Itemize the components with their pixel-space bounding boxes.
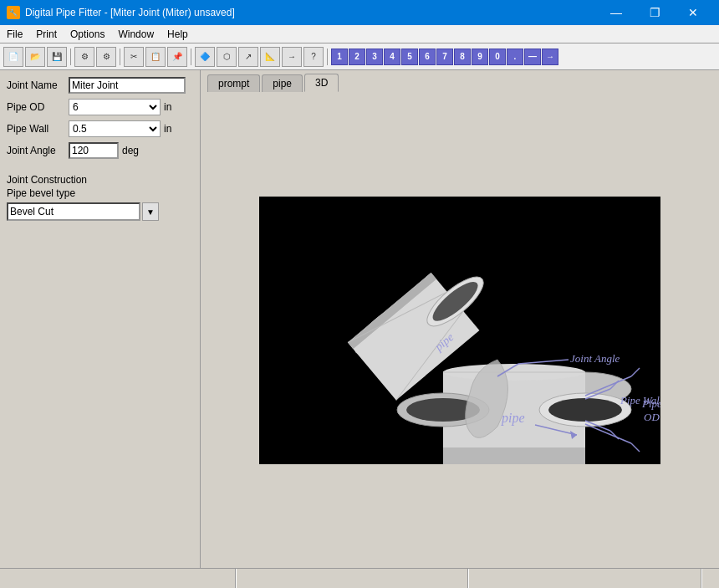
svg-text:Pipe: Pipe	[641, 397, 660, 410]
menu-options[interactable]: Options	[64, 25, 111, 43]
restore-button[interactable]: ❐	[635, 0, 674, 25]
num-btn-dot[interactable]: .	[507, 49, 523, 65]
toolbar-btn-settings1[interactable]: ⚙	[74, 47, 94, 67]
toolbar-btn-cursor[interactable]: ↗	[238, 47, 258, 67]
pipe-wall-row: Pipe Wall 0.5 0.25 0.75 1.0 in	[7, 120, 193, 137]
menu-help[interactable]: Help	[161, 25, 195, 43]
minimize-button[interactable]: —	[597, 0, 635, 25]
joint-construction-label: Joint Construction	[7, 174, 193, 186]
left-panel: Joint Name Pipe OD 6 4 8 10 12 in Pipe W…	[0, 70, 201, 568]
toolbar-separator-4	[327, 49, 328, 65]
svg-point-14	[548, 398, 622, 422]
toolbar-btn-render[interactable]: 🔷	[195, 47, 215, 67]
toolbar-btn-save[interactable]: 💾	[47, 47, 67, 67]
num-btn-minus[interactable]: —	[524, 49, 541, 65]
toolbar-btn-open[interactable]: 📂	[25, 47, 45, 67]
pipe-wall-unit: in	[164, 123, 181, 135]
num-btn-4[interactable]: 4	[384, 49, 400, 65]
num-btn-2[interactable]: 2	[349, 49, 365, 65]
num-btn-1[interactable]: 1	[331, 49, 348, 65]
svg-text:pipe: pipe	[501, 411, 525, 426]
toolbar-btn-settings2[interactable]: ⚙	[96, 47, 116, 67]
joint-angle-label: Joint Angle	[7, 145, 65, 156]
pipe-wall-label: Pipe Wall	[7, 123, 65, 135]
pipe-od-select[interactable]: 6 4 8 10 12	[69, 99, 161, 115]
toolbar-btn-arrow[interactable]: →	[282, 47, 302, 67]
canvas-area: Joint Angle Pipe Wall Pipe OD pipe	[201, 92, 719, 568]
toolbar-btn-paste[interactable]: 📌	[167, 47, 187, 67]
joint-name-row: Joint Name	[7, 77, 193, 94]
bevel-cut-row: Bevel Cut Square Cut Other ▼	[7, 202, 193, 221]
svg-rect-10	[443, 447, 585, 464]
status-segment-4	[701, 569, 716, 588]
pipe-illustration: Joint Angle Pipe Wall Pipe OD pipe	[259, 197, 660, 464]
svg-text:Joint Angle: Joint Angle	[570, 352, 620, 365]
joint-angle-input[interactable]	[69, 142, 119, 159]
num-btn-5[interactable]: 5	[401, 49, 418, 65]
menu-file[interactable]: File	[0, 25, 29, 43]
toolbar-separator-1	[70, 49, 71, 65]
tabs-bar: prompt pipe 3D	[201, 70, 719, 92]
toolbar-btn-pipe[interactable]: ⬡	[217, 47, 237, 67]
toolbar: 📄 📂 💾 ⚙ ⚙ ✂ 📋 📌 🔷 ⬡ ↗ 📐 → ? 1 2 3 4 5 6 …	[0, 43, 719, 70]
pipe-od-label: Pipe OD	[7, 101, 65, 113]
num-btn-0[interactable]: 0	[489, 49, 506, 65]
toolbar-separator-2	[120, 49, 120, 65]
svg-text:OD: OD	[644, 411, 660, 423]
window-controls: — ❐ ✕	[597, 0, 712, 25]
joint-angle-row: Joint Angle deg	[7, 142, 193, 159]
toolbar-btn-copy[interactable]: 📋	[145, 47, 166, 67]
num-btn-3[interactable]: 3	[366, 49, 383, 65]
main-area: Joint Name Pipe OD 6 4 8 10 12 in Pipe W…	[0, 70, 719, 568]
pipe-od-unit: in	[164, 101, 181, 113]
pipe-canvas[interactable]: Joint Angle Pipe Wall Pipe OD pipe	[259, 197, 660, 464]
joint-angle-deg: deg	[122, 145, 139, 156]
window-title: Digital Pipe Fitter - [Miter Joint (Mite…	[25, 7, 235, 18]
status-segment-3	[468, 569, 701, 588]
status-segment-1	[3, 569, 236, 588]
menu-window[interactable]: Window	[111, 25, 161, 43]
toolbar-btn-new[interactable]: 📄	[3, 47, 23, 67]
status-segment-2	[236, 569, 469, 588]
tab-3d[interactable]: 3D	[304, 74, 339, 92]
num-btn-6[interactable]: 6	[419, 49, 436, 65]
right-panel: prompt pipe 3D	[201, 70, 719, 568]
pipe-od-row: Pipe OD 6 4 8 10 12 in	[7, 99, 193, 115]
num-btn-arrow[interactable]: →	[542, 49, 558, 65]
joint-name-label: Joint Name	[7, 79, 65, 91]
toolbar-btn-help[interactable]: ?	[303, 47, 324, 67]
pipe-bevel-label: Pipe bevel type	[7, 187, 193, 199]
num-btn-9[interactable]: 9	[472, 49, 488, 65]
number-buttons: 1 2 3 4 5 6 7 8 9 0 . — →	[331, 49, 558, 65]
toolbar-btn-measure[interactable]: 📐	[260, 47, 280, 67]
menu-print[interactable]: Print	[29, 25, 64, 43]
tab-pipe[interactable]: pipe	[262, 74, 303, 92]
toolbar-btn-cut[interactable]: ✂	[124, 47, 144, 67]
app-icon: 🔧	[7, 6, 20, 19]
toolbar-separator-3	[191, 49, 191, 65]
bevel-cut-arrow[interactable]: ▼	[142, 202, 159, 221]
title-bar: 🔧 Digital Pipe Fitter - [Miter Joint (Mi…	[0, 0, 719, 25]
status-bar	[0, 568, 719, 588]
tab-prompt[interactable]: prompt	[207, 74, 260, 92]
num-btn-7[interactable]: 7	[436, 49, 453, 65]
menu-bar: File Print Options Window Help	[0, 25, 719, 43]
num-btn-8[interactable]: 8	[454, 49, 471, 65]
bevel-cut-select[interactable]: Bevel Cut Square Cut Other	[7, 202, 140, 221]
pipe-wall-select[interactable]: 0.5 0.25 0.75 1.0	[69, 120, 161, 137]
close-button[interactable]: ✕	[674, 0, 712, 25]
joint-name-input[interactable]	[69, 77, 186, 94]
